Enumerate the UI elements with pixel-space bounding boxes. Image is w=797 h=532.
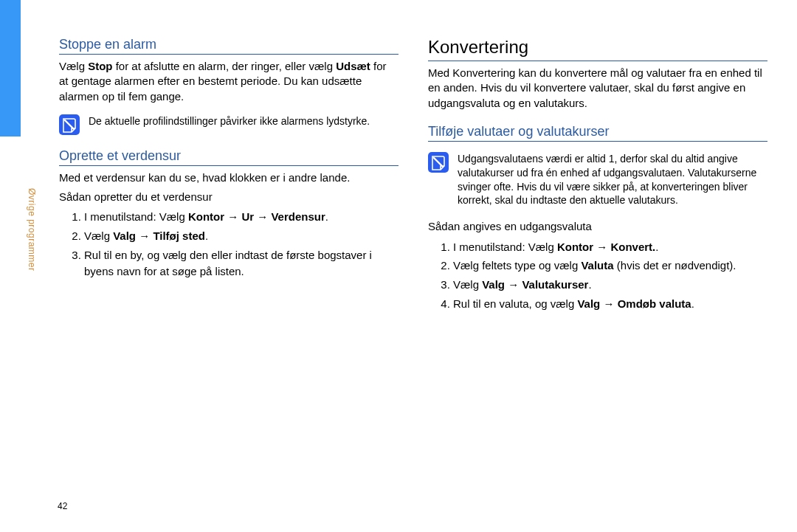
list-item: I menutilstand: Vælg Kontor → Ur → Verde… [84,209,398,225]
text-bold: Valutakurser [522,278,588,291]
text-bold: Kontor [188,210,224,223]
text-bold: Kontor [557,241,593,253]
note-box: Udgangsvalutaens værdi er altid 1, derfo… [428,152,767,208]
arrow-icon: → [505,278,522,291]
right-column: Konvertering Med Konvertering kan du kon… [428,37,767,502]
paragraph: Sådan angives en udgangsvaluta [428,219,767,234]
paragraph: Med et verdensur kan du se, hvad klokken… [59,170,398,185]
text: . [325,210,328,223]
paragraph: Med Konvertering kan du konvertere mål o… [428,66,767,111]
heading-stop-alarm: Stoppe en alarm [59,37,398,55]
text-bold: Valuta [581,259,613,272]
paragraph: Sådan opretter du et verdensur [59,190,398,204]
text-bold: Udsæt [336,60,370,72]
heading-add-currencies: Tilføje valutaer og valutakurser [428,124,767,142]
text-bold: Stop [88,60,112,72]
left-column: Stoppe en alarm Vælg Stop for at afslutt… [59,37,398,502]
text-bold: Valg [482,278,505,291]
arrow-icon: → [224,210,241,223]
ordered-list: I menutilstand: Vælg Kontor → Konvert.. … [428,239,767,312]
note-text: Udgangsvalutaens værdi er altid 1, derfo… [458,152,767,208]
list-item: Rul til en by, og vælg den eller indtast… [84,247,398,280]
arrow-icon: → [593,241,610,253]
note-text: De aktuelle profilindstillinger påvirker… [89,114,370,128]
heading-world-clock: Oprette et verdensur [59,148,398,166]
list-item: Vælg feltets type og vælg Valuta (hvis d… [453,258,767,274]
text: I menutilstand: Vælg [453,241,557,253]
text: . [205,229,208,242]
text: for at afslutte en alarm, der ringer, el… [113,60,337,72]
note-icon [59,114,80,135]
text: . [691,297,694,310]
text: Vælg [59,60,88,72]
side-tab [0,0,21,137]
text-bold: Valg [113,229,136,242]
heading-conversion: Konvertering [428,37,767,61]
paragraph: Vælg Stop for at afslutte en alarm, der … [59,59,398,104]
text-bold: Tilføj sted [153,229,205,242]
text: . [655,241,658,253]
text: Rul til en valuta, og vælg [453,297,577,310]
arrow-icon: → [600,297,617,310]
text-bold: Verdensur [271,210,325,223]
arrow-icon: → [136,229,153,242]
text-bold: Konvert. [610,241,655,253]
text: Vælg [84,229,113,242]
arrow-icon: → [254,210,271,223]
text: I menutilstand: Vælg [84,210,188,223]
list-item: Vælg Valg → Tilføj sted. [84,228,398,244]
text-bold: Ur [241,210,254,223]
ordered-list: I menutilstand: Vælg Kontor → Ur → Verde… [59,209,398,279]
page-content: Stoppe en alarm Vælg Stop for at afslutt… [59,37,767,502]
note-icon [428,152,449,173]
page-number: 42 [58,501,67,511]
text-bold: Valg [577,297,600,310]
text: . [588,278,591,291]
list-item: Vælg Valg → Valutakurser. [453,277,767,293]
list-item: Rul til en valuta, og vælg Valg → Omdøb … [453,296,767,312]
section-label: Øvrige programmer [22,188,37,321]
note-box: De aktuelle profilindstillinger påvirker… [59,114,398,135]
text: (hvis det er nødvendigt). [614,259,736,272]
text: Vælg [453,278,482,291]
text-bold: Omdøb valuta [618,297,691,310]
text: Vælg feltets type og vælg [453,259,581,272]
list-item: I menutilstand: Vælg Kontor → Konvert.. [453,239,767,255]
